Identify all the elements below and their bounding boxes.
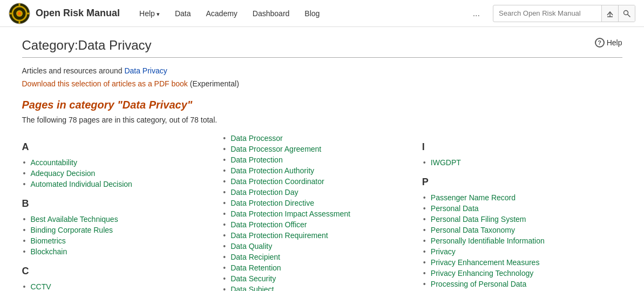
list-item-link[interactable]: Accountability (31, 158, 77, 167)
pdf-download-line: Download this selection of articles as a… (22, 79, 622, 88)
main-content: Category:Data Privacy ? Help Articles an… (9, 27, 635, 291)
list-item: Data Subject (231, 284, 411, 291)
search-bar (493, 5, 635, 22)
site-header: Open Risk Manual Help Data Academy Dashb… (0, 0, 644, 27)
list-item-link[interactable]: Data Protection (231, 155, 283, 164)
export-icon (606, 10, 614, 17)
svg-rect-4 (19, 3, 21, 6)
help-label: Help (607, 38, 622, 47)
list-item: Data Protection Requirement (231, 230, 411, 241)
svg-rect-5 (19, 21, 21, 24)
list-item: Data Processor (231, 133, 411, 144)
svg-point-3 (18, 12, 21, 15)
list-item: Data Retention (231, 262, 411, 273)
pdf-download-link[interactable]: Download this selection of articles as a… (22, 79, 188, 88)
nav-dashboard[interactable]: Dashboard (246, 6, 296, 21)
letter-B: B (22, 198, 212, 209)
list-item: Privacy Enhancement Measures (431, 257, 612, 268)
list-item: Data Protection (231, 154, 411, 165)
list-item: IWGDPT (431, 157, 612, 168)
list-item-link[interactable]: Passenger Name Record (431, 193, 516, 202)
list-item: Biometrics (31, 235, 212, 246)
list-item-link[interactable]: Personal Data Filing System (431, 215, 526, 224)
help-circle-icon: ? (595, 38, 605, 48)
page-header: Category:Data Privacy ? Help (22, 38, 622, 58)
list-item: Data Protection Day (231, 187, 411, 198)
list-item-link[interactable]: Data Protection Day (231, 188, 298, 197)
list-item: Privacy Enhancing Technology (431, 268, 612, 279)
site-logo-link[interactable]: Open Risk Manual (9, 3, 120, 24)
list-item-link[interactable]: Personally Identifiable Information (431, 236, 545, 245)
nav-help[interactable]: Help (133, 6, 166, 21)
list-item: Automated Individual Decision (31, 179, 212, 190)
list-item-link[interactable]: Data Protection Coordinator (231, 177, 324, 186)
help-link[interactable]: ? Help (595, 38, 622, 48)
letter-A: A (22, 141, 212, 153)
list-item-link[interactable]: Personal Data Taxonomy (431, 226, 515, 234)
columns-layout: AAccountabilityAdequacy DecisionAutomate… (22, 133, 622, 291)
list-item: Blockchain (31, 246, 212, 257)
list-item: Data Protection Coordinator (231, 176, 411, 187)
nav-academy[interactable]: Academy (199, 6, 243, 21)
list-item-link[interactable]: Binding Corporate Rules (31, 226, 113, 234)
page-description: Articles and resources around Data Priva… (22, 66, 622, 75)
list-item-link[interactable]: Privacy (431, 247, 456, 256)
list-item-link[interactable]: Adequacy Decision (31, 169, 96, 178)
list-item-link[interactable]: Blockchain (31, 247, 67, 256)
list-item-link[interactable]: Personal Data (431, 204, 479, 213)
more-menu[interactable]: ... (469, 6, 484, 21)
list-item-link[interactable]: Data Security (231, 274, 276, 283)
site-logo-icon (9, 3, 30, 24)
list-item-link[interactable]: CCTV (31, 282, 51, 291)
list-item-link[interactable]: Data Retention (231, 263, 281, 272)
list-item-link[interactable]: IWGDPT (431, 158, 461, 167)
list-item-link[interactable]: Biometrics (31, 236, 66, 245)
list-item-link[interactable]: Data Protection Impact Assessment (231, 209, 350, 218)
experimental-label: (Experimental) (190, 79, 239, 88)
letter-P: P (422, 177, 612, 188)
list-item: Data Protection Directive (231, 198, 411, 208)
list-item-link[interactable]: Data Processor (231, 134, 282, 143)
list-item: Data Quality (231, 241, 411, 252)
list-item: Binding Corporate Rules (31, 225, 212, 235)
list-item: Adequacy Decision (31, 168, 212, 179)
list-item-link[interactable]: Data Processor Agreement (231, 145, 321, 153)
column-2: Data ProcessorData Processor AgreementDa… (222, 133, 422, 291)
list-item: Data Protection Impact Assessment (231, 208, 411, 219)
list-item: Personal Data (431, 203, 612, 214)
list-item-link[interactable]: Data Protection Directive (231, 199, 314, 207)
list-item: Accountability (31, 157, 212, 168)
list-item-link[interactable]: Data Quality (231, 242, 272, 251)
data-privacy-link[interactable]: Data Privacy (124, 66, 167, 75)
site-title: Open Risk Manual (36, 8, 120, 19)
list-item: Data Protection Authority (231, 165, 411, 176)
column-3: IIWGDPTPPassenger Name RecordPersonal Da… (422, 133, 622, 291)
list-item-link[interactable]: Data Recipient (231, 253, 280, 261)
svg-line-11 (628, 14, 631, 17)
list-item: Data Security (231, 273, 411, 284)
list-item-link[interactable]: Data Subject (231, 285, 274, 291)
nav-data[interactable]: Data (168, 6, 198, 21)
list-item-link[interactable]: Best Available Techniques (31, 215, 118, 224)
list-item-link[interactable]: Data Protection Authority (231, 166, 314, 175)
svg-rect-7 (27, 12, 30, 14)
main-nav: Help Data Academy Dashboard Blog (133, 6, 326, 21)
letter-I: I (422, 141, 612, 153)
search-input[interactable] (493, 9, 601, 17)
list-item-link[interactable]: Data Protection Officer (231, 220, 307, 229)
search-go-button[interactable] (618, 5, 635, 22)
section-heading: Pages in category "Data Privacy" (22, 99, 622, 111)
list-item-link[interactable]: Data Protection Requirement (231, 231, 328, 240)
list-item: Best Available Techniques (31, 214, 212, 225)
nav-blog[interactable]: Blog (298, 6, 326, 21)
list-item-link[interactable]: Processing of Personal Data (431, 280, 526, 288)
section-count: The following 78 pages are in this categ… (22, 116, 622, 124)
search-export-button[interactable] (601, 5, 618, 22)
list-item: Data Protection Officer (231, 219, 411, 230)
list-item-link[interactable]: Privacy Enhancement Measures (431, 258, 540, 267)
list-item: Personal Data Taxonomy (431, 225, 612, 235)
list-item-link[interactable]: Privacy Enhancing Technology (431, 269, 533, 278)
list-item: Personal Data Filing System (431, 214, 612, 225)
list-item: Privacy (431, 246, 612, 257)
list-item-link[interactable]: Automated Individual Decision (31, 180, 132, 188)
